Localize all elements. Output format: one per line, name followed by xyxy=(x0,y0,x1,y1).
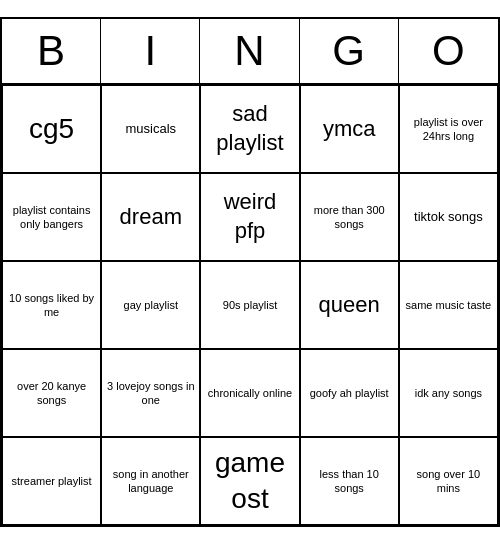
cell-4[interactable]: playlist is over 24hrs long xyxy=(399,85,498,173)
cell-9[interactable]: tiktok songs xyxy=(399,173,498,261)
cell-5[interactable]: playlist contains only bangers xyxy=(2,173,101,261)
cell-24[interactable]: song over 10 mins xyxy=(399,437,498,525)
letter-o: O xyxy=(399,19,498,83)
cell-18[interactable]: goofy ah playlist xyxy=(300,349,399,437)
cell-10[interactable]: 10 songs liked by me xyxy=(2,261,101,349)
cell-7[interactable]: weird pfp xyxy=(200,173,299,261)
cell-2[interactable]: sad playlist xyxy=(200,85,299,173)
cell-17[interactable]: chronically online xyxy=(200,349,299,437)
cell-8[interactable]: more than 300 songs xyxy=(300,173,399,261)
cell-22[interactable]: game ost xyxy=(200,437,299,525)
cell-6[interactable]: dream xyxy=(101,173,200,261)
cell-3[interactable]: ymca xyxy=(300,85,399,173)
letter-g: G xyxy=(300,19,399,83)
letter-i: I xyxy=(101,19,200,83)
cell-23[interactable]: less than 10 songs xyxy=(300,437,399,525)
cell-16[interactable]: 3 lovejoy songs in one xyxy=(101,349,200,437)
cell-11[interactable]: gay playlist xyxy=(101,261,200,349)
cell-14[interactable]: same music taste xyxy=(399,261,498,349)
cell-21[interactable]: song in another language xyxy=(101,437,200,525)
letter-n: N xyxy=(200,19,299,83)
cell-13[interactable]: queen xyxy=(300,261,399,349)
cell-15[interactable]: over 20 kanye songs xyxy=(2,349,101,437)
bingo-card: B I N G O cg5 musicals sad playlist ymca… xyxy=(0,17,500,527)
cell-12[interactable]: 90s playlist xyxy=(200,261,299,349)
bingo-grid: cg5 musicals sad playlist ymca playlist … xyxy=(2,85,498,525)
cell-19[interactable]: idk any songs xyxy=(399,349,498,437)
cell-0[interactable]: cg5 xyxy=(2,85,101,173)
letter-b: B xyxy=(2,19,101,83)
cell-1[interactable]: musicals xyxy=(101,85,200,173)
bingo-header: B I N G O xyxy=(2,19,498,85)
cell-20[interactable]: streamer playlist xyxy=(2,437,101,525)
